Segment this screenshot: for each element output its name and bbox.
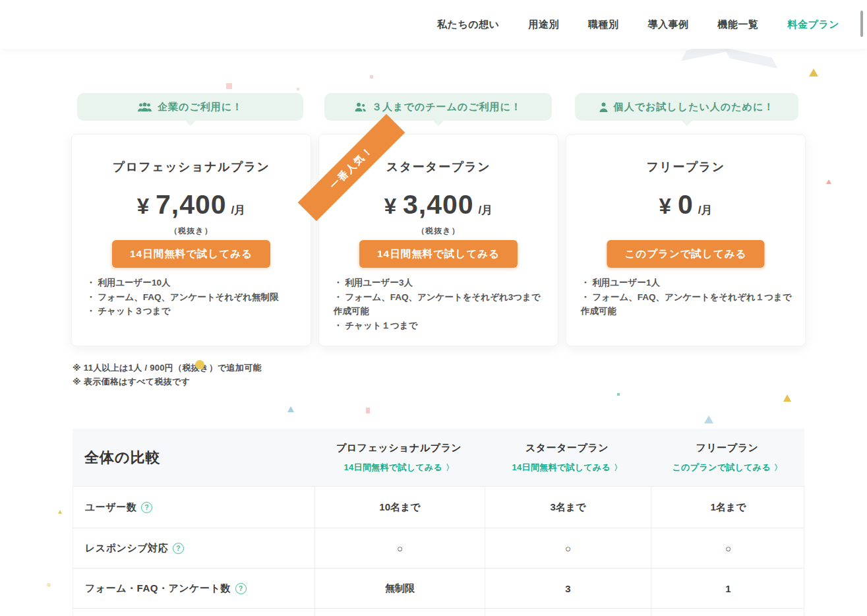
price-amount: 3,400 <box>403 189 474 220</box>
table-row-responsive: レスポンシブ対応? ○ ○ ○ <box>73 528 804 568</box>
trial-button[interactable]: 14日間無料で試してみる <box>112 240 270 268</box>
chevron-right-icon: 〉 <box>774 463 782 472</box>
audience-badge-label: 企業のご利用に！ <box>158 101 243 113</box>
audience-badge-personal: 個人でお試ししたい人のために！ <box>575 93 798 121</box>
feature-item: ・ 利用ユーザー10人 <box>86 276 300 290</box>
price-unit: /月 <box>698 202 713 218</box>
deco-pink-dot <box>297 88 299 90</box>
nav-item-features[interactable]: 機能一覧 <box>717 18 758 31</box>
nav-item-pricing[interactable]: 料金プラン <box>787 18 839 31</box>
help-icon[interactable]: ? <box>173 543 184 554</box>
feature-item: ・ フォーム、FAQ、アンケートをそれぞれ3つまで作成可能 <box>334 290 547 319</box>
price-amount: 7,400 <box>156 189 227 220</box>
tax-note: （税抜き） <box>72 226 311 237</box>
table-row-partial <box>73 608 804 616</box>
plan-card-free: フリープラン ¥ 0 /月 このプランで試してみる ・ 利用ユーザー1人 ・ フ… <box>566 134 806 346</box>
column-plan-link[interactable]: このプランで試してみる〉 <box>650 462 804 474</box>
help-icon[interactable]: ? <box>141 502 152 513</box>
column-plan-name: プロフェッショナルプラン <box>314 442 484 454</box>
comparison-column-starter: スタータープラン 14日間無料で試してみる〉 <box>484 442 650 474</box>
user-icon <box>599 102 608 112</box>
top-navigation-bar: 私たちの想い 用途別 職種別 導入事例 機能一覧 料金プラン <box>0 0 867 49</box>
currency-symbol: ¥ <box>659 194 671 219</box>
column-plan-link[interactable]: 14日間無料で試してみる〉 <box>484 462 650 474</box>
plan-price: ¥ 0 /月 <box>566 189 805 220</box>
feature-list: ・ 利用ユーザー1人 ・ フォーム、FAQ、アンケートをそれぞれ１つまで作成可能 <box>581 276 794 319</box>
pricing-notes: ※ 11人以上は1人 / 900円（税抜き）で追加可能 ※ 表示価格はすべて税抜… <box>73 361 262 388</box>
comparison-column-free: フリープラン このプランで試してみる〉 <box>650 442 804 474</box>
plan-title: フリープラン <box>566 159 805 175</box>
cell-value: 10名まで <box>314 487 485 528</box>
price-unit: /月 <box>479 202 493 218</box>
circle-mark: ○ <box>651 528 804 568</box>
plan-price: ¥ 7,400 /月 <box>72 189 311 220</box>
deco-pink-square <box>366 408 370 414</box>
price-amount: 0 <box>678 189 694 220</box>
note-line: ※ 11人以上は1人 / 900円（税抜き）で追加可能 <box>73 361 262 375</box>
audience-badge-label: ３人までのチームのご利用に！ <box>372 101 522 113</box>
note-line: ※ 表示価格はすべて税抜です <box>73 375 262 388</box>
plan-card-starter: 一番人気！ スタータープラン ¥ 3,400 /月 （税抜き） 14日間無料で試… <box>318 134 558 346</box>
chevron-right-icon: 〉 <box>446 463 454 472</box>
deco-yellow-triangle <box>58 510 62 514</box>
table-row-users: ユーザー数? 10名まで 3名まで 1名まで <box>73 486 804 528</box>
audience-badge-team: ３人までのチームのご利用に！ <box>324 93 552 121</box>
nav-item-by-use[interactable]: 用途別 <box>528 18 559 31</box>
currency-symbol: ¥ <box>384 194 396 219</box>
cell-value: 1 <box>651 569 804 608</box>
deco-teal-dot <box>617 393 620 396</box>
row-label: ユーザー数 <box>85 501 136 514</box>
feature-list: ・ 利用ユーザー3人 ・ フォーム、FAQ、アンケートをそれぞれ3つまで作成可能… <box>334 276 547 332</box>
feature-item: ・ チャット３つまで <box>86 304 300 319</box>
audience-badge-enterprise: 企業のご利用に！ <box>77 93 303 121</box>
deco-pink-triangle <box>826 179 831 184</box>
currency-symbol: ¥ <box>137 194 149 219</box>
cell-value: 1名まで <box>651 487 804 528</box>
comparison-column-professional: プロフェッショナルプラン 14日間無料で試してみる〉 <box>314 442 484 474</box>
deco-yellow-triangle <box>783 394 791 402</box>
column-plan-link[interactable]: 14日間無料で試してみる〉 <box>314 462 484 474</box>
tax-note: （税抜き） <box>319 226 558 237</box>
deco-pink-dot <box>370 75 373 78</box>
plan-price: ¥ 3,400 /月 <box>319 189 558 220</box>
background-chevron-band <box>725 47 778 69</box>
chevron-right-icon: 〉 <box>614 463 622 472</box>
plan-title: プロフェッショナルプラン <box>72 159 311 175</box>
comparison-table: 全体の比較 プロフェッショナルプラン 14日間無料で試してみる〉 スタータープラ… <box>73 429 804 616</box>
row-label: レスポンシブ対応 <box>85 542 168 555</box>
row-label: フォーム・FAQ・アンケート数 <box>85 582 231 595</box>
cell-value: 3名まで <box>485 487 651 528</box>
deco-yellow-triangle <box>809 69 818 77</box>
feature-item: ・ 利用ユーザー3人 <box>334 276 547 290</box>
cell-value: 3 <box>485 569 651 608</box>
feature-item: ・ 利用ユーザー1人 <box>581 276 794 290</box>
cell-value: 無制限 <box>314 569 485 608</box>
users-icon <box>355 102 366 112</box>
feature-item: ・ チャット１つまで <box>334 319 547 333</box>
comparison-header: 全体の比較 プロフェッショナルプラン 14日間無料で試してみる〉 スタータープラ… <box>73 429 804 486</box>
feature-list: ・ 利用ユーザー10人 ・ フォーム、FAQ、アンケートそれぞれ無制限 ・ チャ… <box>86 276 300 319</box>
column-plan-name: スタータープラン <box>484 442 650 454</box>
feature-item: ・ フォーム、FAQ、アンケートそれぞれ無制限 <box>86 290 300 305</box>
column-plan-name: フリープラン <box>650 442 804 454</box>
scrollbar-thumb[interactable] <box>860 11 863 37</box>
audience-badge-label: 個人でお試ししたい人のために！ <box>614 101 775 113</box>
help-icon[interactable]: ? <box>235 583 247 594</box>
nav-item-by-role[interactable]: 職種別 <box>588 18 619 31</box>
users-group-icon <box>138 102 152 112</box>
deco-yellow-dot <box>47 583 51 587</box>
main-nav: 私たちの想い 用途別 職種別 導入事例 機能一覧 料金プラン <box>437 0 839 49</box>
nav-item-case-studies[interactable]: 導入事例 <box>647 18 688 31</box>
price-unit: /月 <box>231 202 246 218</box>
deco-blue-triangle <box>287 406 294 412</box>
trial-button[interactable]: このプランで試してみる <box>607 240 764 268</box>
table-row-form-faq-survey: フォーム・FAQ・アンケート数? 無制限 3 1 <box>73 568 804 608</box>
deco-pink-square <box>226 83 232 89</box>
comparison-title: 全体の比較 <box>73 448 314 468</box>
nav-item-our-vision[interactable]: 私たちの想い <box>437 18 499 31</box>
circle-mark: ○ <box>314 528 485 568</box>
trial-button[interactable]: 14日間無料で試してみる <box>359 240 518 268</box>
circle-mark: ○ <box>485 528 651 568</box>
plan-card-professional: プロフェッショナルプラン ¥ 7,400 /月 （税抜き） 14日間無料で試して… <box>71 134 311 346</box>
deco-blue-triangle <box>704 416 713 423</box>
